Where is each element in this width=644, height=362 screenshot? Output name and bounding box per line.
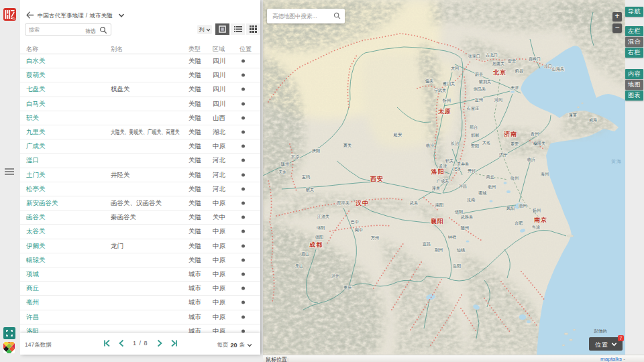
table-row[interactable]: 项城城市中原 (20, 267, 260, 282)
cell-name[interactable]: 新安函谷关 (26, 199, 58, 208)
location-dot[interactable] (241, 187, 245, 190)
filter-label[interactable]: 筛选 (85, 27, 96, 35)
view-grid-button[interactable] (246, 23, 260, 35)
location-dot[interactable] (241, 329, 245, 333)
rail-button-左栏[interactable]: 左栏 (625, 26, 643, 36)
table-row[interactable]: 商丘城市中原 (20, 282, 260, 296)
cell-name[interactable]: 葭萌关 (26, 71, 46, 80)
maptalks-link[interactable]: maptalks (600, 356, 622, 362)
table-row[interactable]: 土门关井陉关关隘河北 (20, 168, 260, 182)
maptalks-mosaic-logo[interactable] (3, 342, 15, 353)
cell-name[interactable]: 松亭关 (26, 184, 46, 193)
location-dot[interactable] (241, 60, 245, 63)
location-dot[interactable] (241, 216, 245, 219)
pagination-controls: 1 / 8 (99, 337, 182, 350)
cell-name[interactable]: 太谷关 (26, 227, 46, 236)
cell-name[interactable]: 九里关 (26, 128, 46, 137)
last-page-button[interactable] (170, 339, 179, 348)
location-dot[interactable] (241, 173, 245, 176)
location-dot[interactable] (241, 116, 245, 119)
table-row[interactable]: 太谷关关隘中原 (20, 225, 260, 239)
location-dot[interactable] (241, 273, 245, 276)
breadcrumb-section[interactable]: 城市关隘 (89, 12, 112, 19)
fullscreen-button[interactable] (3, 327, 15, 339)
search-icon[interactable] (333, 12, 341, 19)
table-row[interactable]: 松亭关关隘河北 (20, 182, 260, 196)
location-dot[interactable] (241, 202, 245, 205)
location-dot[interactable] (241, 287, 245, 290)
table-row[interactable]: 许昌城市中原 (20, 310, 260, 324)
map-label-喜峰口: 喜峰口 (529, 56, 541, 62)
table-search-box: 筛选 (25, 23, 111, 36)
cell-name[interactable]: 商丘 (26, 284, 39, 293)
zoom-out-button[interactable]: − (612, 23, 622, 33)
cell-name[interactable]: 轵关 (26, 113, 39, 122)
location-dot[interactable] (241, 145, 245, 148)
location-dot[interactable] (241, 74, 245, 77)
col-header-name[interactable]: 名称 (26, 45, 38, 54)
col-header-position[interactable]: 位置 (239, 45, 252, 54)
cell-name[interactable]: 函谷关 (26, 213, 46, 222)
cell-name[interactable]: 滏口 (26, 156, 39, 165)
cell-name[interactable]: 七盘关 (26, 85, 46, 94)
table-search-input[interactable] (29, 24, 79, 35)
table-row[interactable]: 九里关大隘关、黄岘关、广岘关、百雁关关隘湖北 (20, 125, 260, 139)
chevron-down-icon[interactable] (118, 12, 125, 19)
table-row[interactable]: 广成关关隘中原 (20, 139, 260, 154)
table-row[interactable]: 滏口关隘河北 (20, 154, 260, 168)
rail-button-导航[interactable]: 导航 (625, 7, 643, 17)
cell-name[interactable]: 伊阙关 (26, 241, 46, 250)
rail-button-混合[interactable]: 混合 (625, 37, 643, 47)
rail-button-右栏[interactable]: 右栏 (625, 48, 643, 58)
table-row[interactable]: 七盘关棋盘关关隘四川 (20, 82, 260, 97)
table-row[interactable]: 函谷关秦函谷关关隘关中 (20, 210, 260, 225)
location-dot[interactable] (241, 88, 245, 91)
map-search-input[interactable] (272, 9, 331, 23)
map-canvas[interactable]: 张家口古北口居庸关密云喜峰口冷口山海关蓟县天津蔚县紫荆关倒马关大同偏关宁武关雁门… (263, 0, 625, 355)
prev-page-button[interactable] (117, 339, 126, 348)
table-row[interactable]: 亳州城市中原 (20, 296, 260, 310)
col-header-alias[interactable]: 别名 (111, 45, 123, 54)
col-header-type[interactable]: 类型 (189, 45, 201, 54)
col-header-region[interactable]: 区域 (213, 45, 225, 54)
zoom-in-button[interactable]: + (612, 12, 622, 21)
table-row[interactable]: 轵关关隘山西 (20, 111, 260, 125)
app-seal-logo-icon[interactable] (3, 8, 16, 21)
table-row[interactable]: 轘辕关关隘中原 (20, 253, 260, 267)
search-icon[interactable] (99, 26, 107, 34)
hamburger-menu-icon[interactable] (5, 168, 14, 176)
next-page-button[interactable] (155, 339, 164, 348)
cell-name[interactable]: 轘辕关 (26, 255, 46, 264)
view-list-button[interactable] (231, 23, 245, 35)
cell-name[interactable]: 白马关 (26, 99, 46, 108)
table-row[interactable]: 新安函谷关函谷关、汉函谷关关隘中原 (20, 196, 260, 210)
location-dot[interactable] (241, 230, 245, 233)
location-dot[interactable] (241, 131, 245, 134)
location-dot[interactable] (241, 258, 245, 261)
cell-name[interactable]: 白水关 (26, 57, 46, 66)
location-dot[interactable] (241, 315, 245, 318)
cell-name[interactable]: 项城 (26, 270, 39, 279)
location-dot[interactable] (241, 159, 245, 162)
table-row[interactable]: 白马关关隘四川 (20, 97, 260, 111)
rail-button-地图[interactable]: 地图 (625, 80, 643, 90)
table-row[interactable]: 白水关关隘四川 (20, 54, 260, 68)
cell-name[interactable]: 广成关 (26, 142, 46, 151)
table-row[interactable]: 洛阳城市中原 (20, 324, 260, 333)
table-row[interactable]: 葭萌关关隘四川 (20, 68, 260, 82)
rail-button-内容[interactable]: 内容 (625, 69, 643, 79)
cell-name[interactable]: 亳州 (26, 298, 39, 307)
columns-dropdown-button[interactable]: 列 (197, 25, 212, 34)
location-dot[interactable] (241, 102, 245, 105)
location-dot[interactable] (241, 244, 245, 247)
rail-button-图表[interactable]: 图表 (625, 90, 643, 101)
view-card-button[interactable] (215, 23, 229, 35)
cell-name[interactable]: 土门关 (26, 170, 46, 179)
cell-name[interactable]: 洛阳 (26, 326, 39, 333)
back-arrow-icon[interactable] (25, 11, 34, 19)
page-size-control[interactable]: 每页 20 条 (217, 341, 252, 349)
cell-name[interactable]: 许昌 (26, 312, 39, 321)
table-row[interactable]: 伊阙关龙门关隘中原 (20, 239, 260, 253)
first-page-button[interactable] (102, 339, 111, 348)
location-dot[interactable] (241, 301, 245, 304)
